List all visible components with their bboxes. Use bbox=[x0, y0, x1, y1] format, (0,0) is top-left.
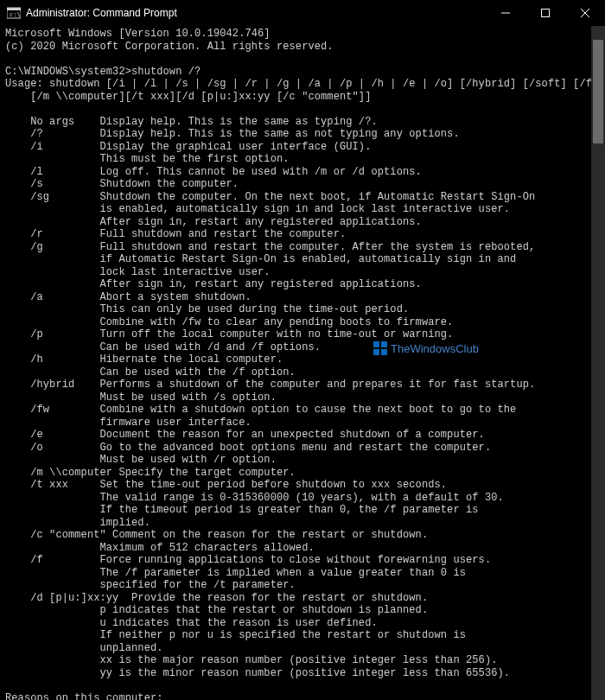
minimize-button[interactable] bbox=[486, 0, 525, 26]
maximize-button[interactable] bbox=[525, 0, 565, 26]
vertical-scrollbar[interactable] bbox=[591, 26, 605, 700]
window-title: Administrator: Command Prompt bbox=[26, 7, 177, 19]
svg-rect-4 bbox=[542, 10, 550, 17]
svg-text:c:\: c:\ bbox=[10, 11, 21, 18]
scrollbar-thumb[interactable] bbox=[593, 40, 603, 143]
cmd-icon: c:\ bbox=[7, 6, 21, 20]
close-button[interactable] bbox=[565, 0, 605, 26]
titlebar[interactable]: c:\ Administrator: Command Prompt bbox=[0, 0, 605, 26]
console-output[interactable]: Microsoft Windows [Version 10.0.19042.74… bbox=[0, 26, 605, 700]
svg-rect-1 bbox=[7, 8, 21, 10]
